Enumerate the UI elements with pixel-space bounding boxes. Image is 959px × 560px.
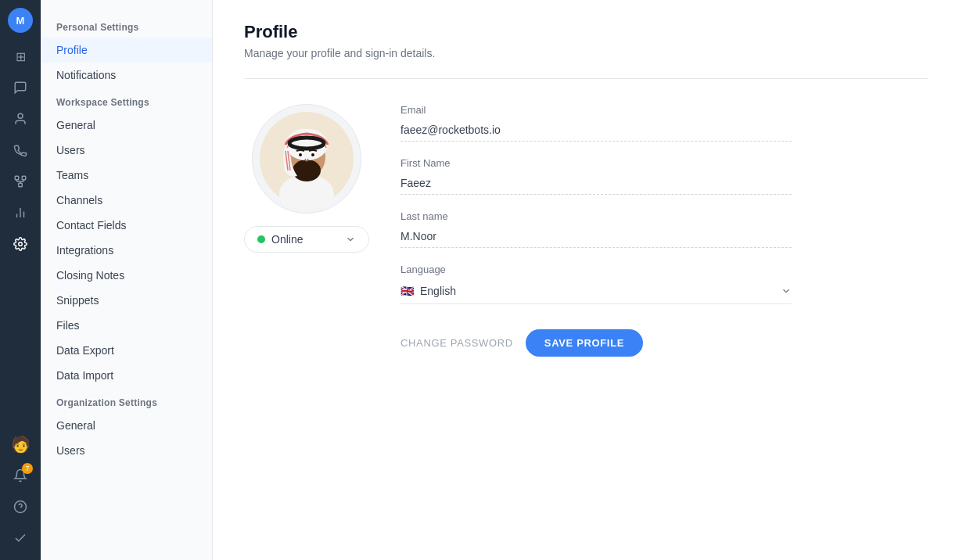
profile-avatar[interactable]: [252, 104, 361, 214]
sidebar-item-data-import[interactable]: Data Import: [41, 363, 212, 388]
avatar-area: Online: [244, 104, 369, 253]
svg-rect-3: [19, 183, 23, 187]
status-dropdown[interactable]: Online: [244, 226, 369, 253]
form-area: Email First Name Last name Language 🇬🇧 E…: [400, 104, 792, 357]
notification-count-badge: 7: [22, 463, 33, 474]
sidebar-item-notifications[interactable]: Notifications: [41, 63, 212, 88]
sidebar-item-channels[interactable]: Channels: [41, 188, 212, 213]
change-password-button[interactable]: CHANGE PASSWORD: [400, 337, 513, 349]
sidebar-item-data-export[interactable]: Data Export: [41, 338, 212, 363]
dashboard-icon[interactable]: ⊞: [6, 42, 34, 70]
sidebar-item-general[interactable]: General: [41, 113, 212, 138]
language-select[interactable]: 🇬🇧 English: [400, 278, 792, 304]
chat-icon[interactable]: [6, 74, 34, 102]
svg-point-18: [293, 160, 321, 181]
last-name-field: Last name: [400, 210, 792, 248]
svg-point-11: [19, 242, 23, 246]
save-profile-button[interactable]: SAVE PROFILE: [526, 329, 643, 357]
sidebar-item-profile[interactable]: Profile: [41, 38, 212, 63]
sidebar-item-teams[interactable]: Teams: [41, 163, 212, 188]
avatar-image: [260, 112, 354, 206]
sidebar-item-snippets[interactable]: Snippets: [41, 288, 212, 313]
first-name-field: First Name: [400, 157, 792, 195]
user-profile-icon[interactable]: 🧑: [6, 430, 34, 458]
last-name-input[interactable]: [400, 225, 792, 248]
organization-settings-title: Organization Settings: [41, 388, 212, 413]
section-divider: [244, 78, 928, 79]
tree-icon[interactable]: [6, 167, 34, 196]
sidebar-item-files[interactable]: Files: [41, 313, 212, 338]
email-field: Email: [400, 104, 792, 142]
svg-rect-2: [22, 176, 26, 180]
email-input[interactable]: [400, 119, 792, 142]
notifications-bell-icon[interactable]: 7: [6, 461, 34, 490]
last-name-label: Last name: [400, 210, 792, 222]
reports-icon[interactable]: [6, 199, 34, 227]
icon-sidebar: M ⊞ 🧑 7: [0, 0, 41, 560]
workspace-settings-title: Workspace Settings: [41, 88, 212, 113]
first-name-label: First Name: [400, 157, 792, 169]
broadcast-icon[interactable]: [6, 136, 34, 164]
profile-section: Online Email First Name Last name Langua…: [244, 104, 928, 357]
form-actions: CHANGE PASSWORD SAVE PROFILE: [400, 329, 792, 357]
checkmark-icon[interactable]: [6, 524, 34, 552]
sidebar-item-org-users[interactable]: Users: [41, 438, 212, 463]
settings-icon[interactable]: [6, 230, 34, 258]
chevron-down-icon: [345, 234, 356, 245]
sidebar-item-users[interactable]: Users: [41, 138, 212, 163]
language-label: Language: [400, 264, 792, 275]
language-value: English: [420, 285, 456, 297]
status-label: Online: [271, 233, 303, 246]
language-field: Language 🇬🇧 English: [400, 264, 792, 304]
first-name-input[interactable]: [400, 172, 792, 195]
svg-point-24: [299, 153, 302, 156]
sidebar-item-contact-fields[interactable]: Contact Fields: [41, 213, 212, 238]
personal-settings-title: Personal Settings: [41, 13, 212, 38]
sidebar-item-closing-notes[interactable]: Closing Notes: [41, 263, 212, 288]
help-icon[interactable]: [6, 493, 34, 521]
language-chevron-icon: [781, 285, 792, 296]
status-dot: [257, 235, 265, 243]
svg-point-0: [18, 113, 23, 118]
contacts-icon[interactable]: [6, 105, 34, 133]
svg-point-26: [311, 153, 314, 156]
sidebar-item-org-general[interactable]: General: [41, 413, 212, 438]
page-subtitle: Manage your profile and sign-in details.: [244, 47, 928, 59]
page-title: Profile: [244, 22, 928, 42]
user-avatar[interactable]: M: [8, 8, 33, 33]
sidebar-item-integrations[interactable]: Integrations: [41, 238, 212, 263]
svg-rect-1: [15, 176, 19, 180]
email-label: Email: [400, 104, 792, 116]
left-sidebar: Personal Settings Profile Notifications …: [41, 0, 213, 560]
main-content: Profile Manage your profile and sign-in …: [213, 0, 959, 560]
language-flag: 🇬🇧: [400, 285, 414, 297]
